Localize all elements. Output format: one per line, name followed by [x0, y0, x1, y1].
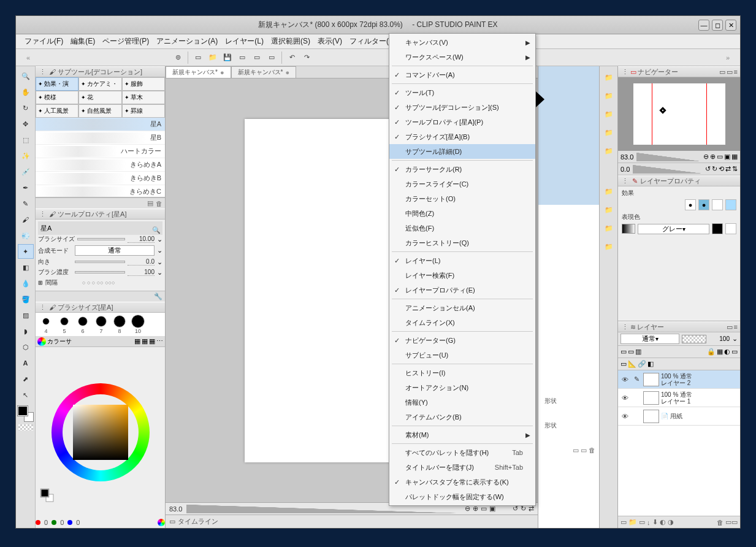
menu-item[interactable]: ✓サブツール[デコレーション](S) — [389, 100, 535, 115]
brush-size-preset[interactable]: 4 — [37, 315, 55, 334]
close-tab-icon[interactable]: ● — [285, 69, 289, 76]
menu-icon[interactable]: ▤ — [147, 199, 153, 207]
timeline-bar[interactable]: ▭ タイムライン — [166, 514, 538, 528]
collapse-right-icon[interactable]: » — [716, 54, 740, 61]
zoom-in-icon[interactable]: ⊕ — [710, 153, 716, 161]
menu-item[interactable]: パレットドック幅を固定する(W) — [389, 489, 535, 504]
transparent-swatch[interactable] — [18, 424, 33, 430]
category-button[interactable]: ✦ 罫線 — [122, 104, 165, 118]
menu-icon[interactable]: ≡ — [734, 68, 738, 75]
document-tab[interactable]: 新規キャンバス* ● — [166, 66, 231, 78]
menu-item[interactable]: カラーヒストリー(Q) — [389, 235, 535, 250]
gradient-tool-icon[interactable]: ▨ — [18, 308, 34, 323]
menu-item[interactable]: カラーセット(O) — [389, 191, 535, 206]
menu-0[interactable]: ファイル(F) — [21, 34, 67, 48]
folder-icon[interactable]: 📁 — [601, 221, 617, 235]
close-tab-icon[interactable]: ● — [220, 69, 224, 76]
ruler-icon[interactable]: 📐 — [628, 360, 636, 368]
menu-4[interactable]: レイヤー(L) — [221, 34, 267, 48]
open-icon[interactable]: 📁 — [205, 51, 220, 64]
menu-5[interactable]: 選択範囲(S) — [267, 34, 314, 48]
mask-icon[interactable]: ◐ — [660, 518, 666, 526]
navigator-thumbnail[interactable] — [618, 77, 740, 151]
actual-icon[interactable]: ▦ — [731, 153, 738, 161]
menu-item[interactable]: サブツール詳細(D) — [389, 144, 535, 159]
opacity-slider[interactable] — [682, 335, 706, 343]
balloon-tool-icon[interactable]: ⬈ — [18, 372, 34, 386]
window-dropdown-menu[interactable]: キャンバス(V)▶ワークスペース(W)▶✓コマンドバー(A)✓ツール(T)✓サブ… — [389, 33, 536, 506]
layer-property-titlebar[interactable]: ⋮✎ レイヤープロパティ — [618, 175, 740, 186]
contour-tool-icon[interactable]: ◗ — [18, 324, 34, 339]
flip-h-icon[interactable]: ⇄ — [725, 165, 731, 173]
menu-item[interactable]: アイテムバンク(B) — [389, 410, 535, 424]
pen-tool-icon[interactable]: ✒ — [18, 180, 34, 195]
menu-1[interactable]: 編集(E) — [67, 34, 99, 48]
zoom-tool-icon[interactable]: 🔍 — [18, 69, 34, 83]
menu-item[interactable]: 中間色(Z) — [389, 206, 535, 221]
dup-icon[interactable]: ▭▭ — [725, 518, 738, 526]
brush-size-preset[interactable]: 8 — [111, 315, 128, 334]
folder-icon[interactable]: 📁 — [601, 184, 617, 199]
rect2-icon[interactable]: ▭ — [250, 51, 264, 64]
menu-item[interactable]: レイヤー検索(F) — [389, 268, 535, 283]
eye-icon[interactable]: 👁 — [620, 394, 630, 402]
hand-tool-icon[interactable]: ✋ — [18, 85, 34, 99]
ref-icon[interactable]: ▭ — [731, 348, 738, 356]
icon[interactable]: ▭ — [573, 446, 579, 454]
chevron-icon[interactable]: ⌄ — [732, 335, 738, 343]
lock-icon[interactable]: ▥ — [635, 348, 641, 356]
nav-zoom-value[interactable]: 83.0 — [620, 153, 633, 161]
folder-icon[interactable]: 📁 — [601, 70, 617, 85]
brush-size-preset[interactable]: 7 — [93, 315, 110, 334]
menu-item[interactable]: ✓ナビゲーター(G) — [389, 333, 535, 348]
brush-size-slider[interactable] — [77, 238, 125, 240]
effect-checker-icon[interactable] — [712, 199, 723, 210]
subtool-panel-titlebar[interactable]: ⋮ 🖌 サブツール[デコレーション] — [36, 66, 165, 77]
direction-value[interactable]: 0.0 — [128, 258, 155, 266]
category-button[interactable]: ✦ カケアミ・ — [78, 77, 121, 91]
brush-size-preset[interactable]: 10 — [129, 315, 147, 334]
category-button[interactable]: ✦ 自然風景 — [78, 104, 121, 118]
minimize-button[interactable]: — — [698, 20, 709, 31]
menu-icon[interactable]: ≡ — [734, 323, 738, 331]
wrench-icon[interactable]: 🔧 — [154, 293, 162, 300]
chevron-icon[interactable]: ⌄ — [157, 258, 162, 266]
new-folder-icon[interactable]: 📁 — [628, 518, 637, 526]
brush-item[interactable]: 星B — [36, 131, 165, 145]
rotate-value[interactable]: 0.0 — [620, 166, 630, 173]
new-layer-icon[interactable]: ▭ — [620, 518, 627, 526]
grid-icon[interactable]: ▦ — [149, 337, 155, 345]
chevron-icon[interactable]: ⌄ — [157, 235, 162, 243]
zoom-value[interactable]: 83.0 — [169, 505, 182, 513]
layer-row[interactable]: 👁✎100 % 通常レイヤー 2 — [618, 370, 740, 389]
density-slider[interactable] — [75, 271, 125, 274]
color-wheel-area[interactable] — [36, 347, 165, 517]
decoration-tool-icon[interactable]: ✦ — [18, 244, 34, 259]
folder-icon[interactable]: 📁 — [601, 107, 617, 121]
marquee-tool-icon[interactable]: ⬚ — [18, 132, 34, 147]
black-swatch[interactable] — [712, 223, 723, 234]
menu-item[interactable]: ✓ブラシサイズ[星A](B) — [389, 129, 535, 144]
category-button[interactable]: ✦ 人工風景 — [36, 104, 78, 118]
move-tool-icon[interactable]: ✥ — [18, 117, 34, 131]
clip-icon[interactable]: ◐ — [724, 348, 730, 356]
brush-item[interactable]: きらめきA — [36, 158, 165, 172]
wand-tool-icon[interactable]: ✨ — [18, 148, 34, 163]
brush-tool-icon[interactable]: 🖌 — [18, 212, 34, 227]
lock-pixel-icon[interactable]: ▦ — [717, 348, 723, 356]
effect-tone-icon[interactable]: ● — [698, 199, 709, 210]
blend-mode-select[interactable]: 通常 — [75, 245, 155, 256]
brush-item[interactable]: ハートカラー — [36, 145, 165, 158]
trash-icon[interactable]: 🗑 — [717, 519, 724, 526]
eye-icon[interactable]: 👁 — [620, 376, 630, 383]
express-color-select[interactable]: グレー ▾ — [638, 224, 709, 234]
more-icon[interactable]: ⋯ — [156, 337, 163, 345]
color-mode-icon[interactable] — [158, 519, 165, 526]
mask-icon[interactable]: ▭ — [620, 360, 627, 368]
folder-icon[interactable]: 📁 — [601, 88, 617, 103]
icon[interactable]: ▭ — [581, 446, 587, 454]
tab-icon[interactable]: ▭ — [727, 68, 733, 76]
category-button[interactable]: ✦ 花 — [78, 91, 121, 104]
menu-item[interactable]: ✓ツールプロパティ[星A](P) — [389, 115, 535, 129]
brush-size-titlebar[interactable]: ⋮🖌 ブラシサイズ[星A] — [36, 302, 165, 313]
